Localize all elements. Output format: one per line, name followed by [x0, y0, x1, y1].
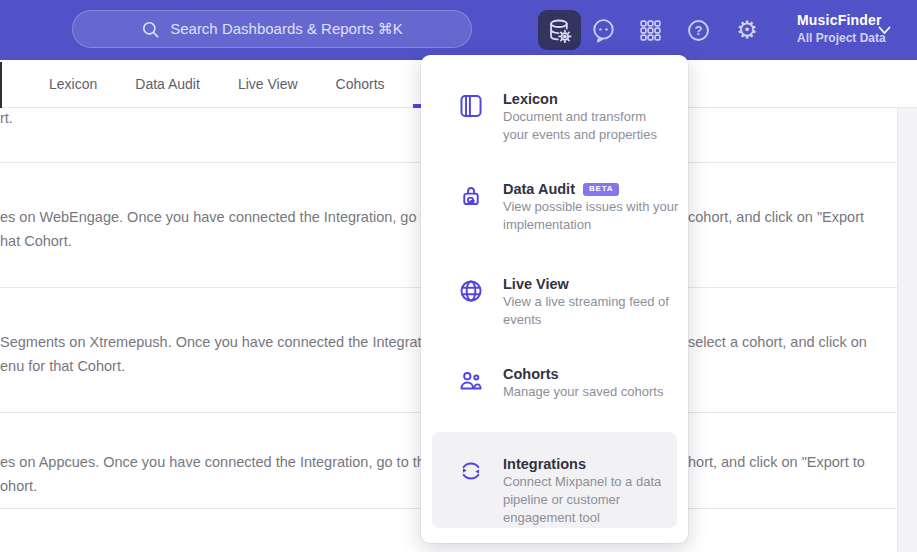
svg-text:?: ? — [694, 23, 702, 38]
tab-live-view[interactable]: Live View — [238, 76, 298, 92]
clipped-content-edge — [0, 62, 2, 108]
menu-item-title: Cohorts — [503, 366, 559, 382]
integration-row-text: rt. — [0, 110, 13, 126]
menu-item-description: View possible issues with your — [503, 199, 681, 215]
integration-row-text: es on WebEngage. Once you have connected… — [0, 209, 457, 225]
project-scope: All Project Data — [797, 31, 886, 45]
data-management-button[interactable] — [538, 10, 581, 50]
integration-row-text: select a cohort, and click on — [688, 334, 867, 350]
menu-item-description: Connect Mixpanel to a data — [503, 474, 681, 490]
menu-item-title: Live View — [503, 276, 569, 292]
book-icon — [458, 93, 484, 143]
globe-icon — [458, 278, 484, 328]
menu-item-description: View a live streaming feed of — [503, 294, 681, 310]
mixpanel-app: rt. es on WebEngage. Once you have conne… — [0, 0, 917, 552]
top-navbar: Search Dashboards & Reports ⌘K — [0, 0, 917, 60]
search-placeholder: Search Dashboards & Reports ⌘K — [170, 20, 403, 38]
project-selector[interactable]: MusicFinder All Project Data — [797, 12, 886, 45]
chevron-down-icon[interactable] — [878, 26, 891, 35]
help-button[interactable]: ? — [684, 0, 712, 60]
menu-item-lexicon[interactable]: Lexicon Document and transform your even… — [458, 91, 680, 143]
integration-row-text: es on Appcues. Once you have connected t… — [0, 454, 449, 470]
menu-item-description: implementation — [503, 217, 681, 233]
tab-lexicon[interactable]: Lexicon — [49, 76, 97, 92]
apps-grid-button[interactable] — [636, 0, 664, 60]
sync-arrows-icon — [458, 458, 484, 526]
integration-row-text: cohort, and click on "Export — [688, 209, 864, 225]
integration-row-text: enu for that Cohort. — [0, 358, 125, 374]
beta-badge: BETA — [583, 183, 619, 196]
settings-gear-icon: ⚙ — [736, 18, 758, 42]
menu-item-description: your events and properties — [503, 127, 681, 143]
settings-button[interactable]: ⚙ — [733, 0, 761, 60]
menu-item-description: pipeline or customer — [503, 492, 681, 508]
page-right-gutter — [897, 108, 917, 552]
help-icon: ? — [685, 17, 712, 44]
lock-audit-icon — [458, 183, 484, 233]
apps-grid-icon — [638, 18, 663, 43]
menu-item-title: Data Audit — [503, 181, 575, 197]
menu-item-title: Lexicon — [503, 91, 558, 107]
menu-item-title: Integrations — [503, 456, 586, 472]
integration-row-text: Segments on Xtremepush. Once you have co… — [0, 334, 445, 350]
menu-item-description: Document and transform — [503, 109, 681, 125]
data-management-menu: Lexicon Document and transform your even… — [421, 55, 688, 543]
users-icon — [458, 368, 484, 400]
feedback-icon — [590, 17, 617, 44]
menu-item-description: Manage your saved cohorts — [503, 384, 681, 400]
tab-data-audit[interactable]: Data Audit — [135, 76, 200, 92]
menu-item-integrations[interactable]: Integrations Connect Mixpanel to a data … — [458, 456, 680, 526]
integration-row-text: hort, and click on "Export to — [688, 454, 865, 470]
feedback-button[interactable] — [589, 0, 617, 60]
menu-item-description: events — [503, 312, 681, 328]
menu-item-data-audit[interactable]: Data Audit BETA View possible issues wit… — [458, 181, 680, 233]
integration-row-text: hat Cohort. — [0, 233, 72, 249]
tab-cohorts[interactable]: Cohorts — [336, 76, 385, 92]
search-input[interactable]: Search Dashboards & Reports ⌘K — [72, 10, 472, 48]
project-name: MusicFinder — [797, 12, 886, 28]
menu-item-cohorts[interactable]: Cohorts Manage your saved cohorts — [458, 366, 680, 400]
menu-item-live-view[interactable]: Live View View a live streaming feed of … — [458, 276, 680, 328]
data-management-icon — [546, 17, 573, 44]
integration-row-text: ohort. — [0, 478, 37, 494]
search-icon — [141, 20, 160, 39]
menu-item-description: engagement tool — [503, 510, 681, 526]
